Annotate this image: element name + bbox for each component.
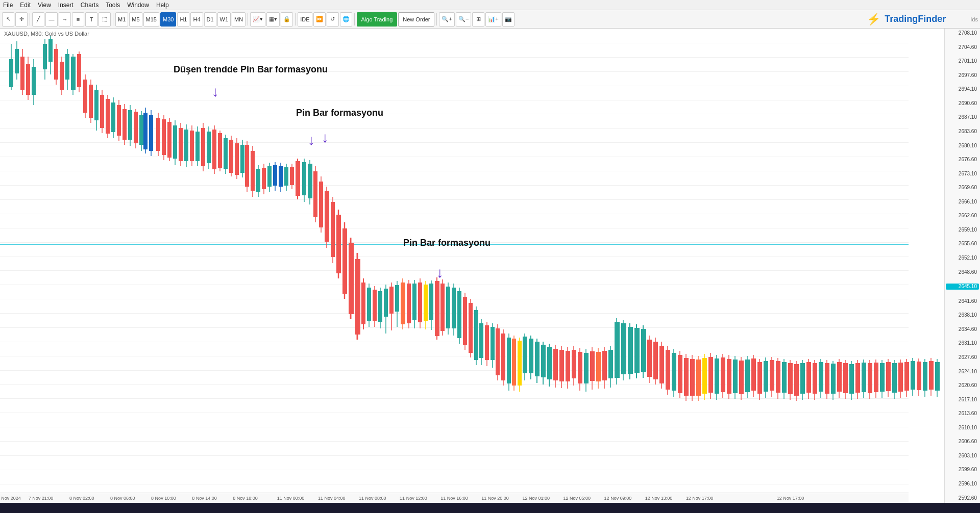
svg-rect-153 — [446, 287, 450, 328]
menu-charts[interactable]: Charts — [81, 2, 99, 9]
svg-rect-19 — [65, 54, 69, 80]
price-2620: 2620.60 — [946, 383, 979, 388]
svg-rect-307 — [911, 361, 915, 390]
time-12nov13: 12 Nov 13:00 — [645, 496, 673, 501]
time-7nov: 7 Nov 2024 — [0, 496, 21, 501]
svg-rect-305 — [904, 362, 909, 391]
svg-rect-243 — [715, 358, 719, 394]
svg-rect-137 — [401, 283, 405, 324]
tf-mn[interactable]: MN — [232, 12, 246, 27]
tf-m15[interactable]: M15 — [143, 12, 159, 27]
svg-rect-173 — [501, 334, 505, 380]
svg-rect-185 — [535, 342, 540, 376]
shapes-tool[interactable]: ⬚ — [99, 12, 111, 27]
toolbar-sep-2 — [113, 13, 113, 25]
tf-w1[interactable]: W1 — [217, 12, 231, 27]
tf-d1[interactable]: D1 — [204, 12, 216, 27]
svg-rect-11 — [43, 44, 47, 69]
fib-tool[interactable]: T — [85, 12, 97, 27]
hline-tool[interactable]: — — [45, 12, 58, 27]
svg-rect-299 — [886, 362, 891, 391]
svg-rect-171 — [496, 328, 500, 375]
refresh-btn[interactable]: ↺ — [327, 12, 339, 27]
svg-rect-259 — [764, 361, 768, 392]
svg-rect-247 — [727, 359, 731, 394]
tf-m30[interactable]: M30 — [160, 12, 176, 27]
time-8nov18: 8 Nov 18:00 — [233, 496, 258, 501]
price-2634: 2634.60 — [946, 327, 979, 332]
channel-tool[interactable]: ≡ — [72, 12, 84, 27]
svg-rect-131 — [384, 289, 388, 317]
new-order-btn[interactable]: New Order — [398, 12, 434, 27]
svg-rect-79 — [235, 143, 239, 175]
svg-rect-135 — [395, 285, 399, 312]
crosshair-tool[interactable]: ✛ — [15, 12, 28, 27]
menu-window[interactable]: Window — [127, 2, 149, 9]
toolbar-sep-3 — [248, 13, 248, 25]
price-2655: 2655.60 — [946, 241, 979, 246]
svg-rect-21 — [71, 57, 76, 90]
chart-inner[interactable]: XAUUSD, M30: Gold vs US Dollar — [0, 29, 944, 503]
vol-btn[interactable]: 📊+ — [485, 12, 501, 27]
time-12nov17b: 12 Nov 17:00 — [777, 496, 804, 501]
tf-m5[interactable]: M5 — [129, 12, 142, 27]
globe-btn[interactable]: 🌐 — [340, 12, 352, 27]
menu-help[interactable]: Help — [156, 2, 169, 9]
fill-dropdown[interactable]: ▦▾ — [266, 12, 280, 27]
svg-rect-287 — [849, 364, 854, 394]
price-2687: 2687.10 — [946, 115, 979, 120]
fast-btn[interactable]: ⏩ — [313, 12, 326, 27]
svg-rect-77 — [229, 140, 233, 173]
menu-tools[interactable]: Tools — [106, 2, 120, 9]
svg-rect-161 — [469, 303, 473, 353]
chart-container: XAUUSD, M30: Gold vs US Dollar — [0, 29, 980, 503]
svg-rect-183 — [529, 339, 533, 373]
zoom-in-btn[interactable]: 🔍+ — [439, 12, 454, 27]
line-tool[interactable]: ╱ — [32, 12, 44, 27]
time-8nov10: 8 Nov 10:00 — [151, 496, 176, 501]
lock-btn[interactable]: 🔒 — [281, 12, 293, 27]
chart-type-dropdown[interactable]: 📈▾ — [250, 12, 265, 27]
svg-rect-25 — [83, 80, 87, 113]
zoom-out-btn[interactable]: 🔍− — [456, 12, 471, 27]
tf-h1[interactable]: H1 — [177, 12, 189, 27]
svg-rect-169 — [491, 327, 495, 360]
price-2645-current: 2645.10 — [946, 284, 979, 290]
svg-rect-31 — [100, 95, 104, 128]
svg-rect-101 — [296, 161, 300, 196]
svg-rect-263 — [776, 361, 780, 393]
svg-rect-205 — [596, 352, 601, 381]
time-12nov05: 12 Nov 05:00 — [564, 496, 591, 501]
svg-rect-55 — [167, 122, 172, 158]
ide-btn[interactable]: IDE — [298, 12, 312, 27]
menu-view[interactable]: View — [38, 2, 51, 9]
svg-rect-53 — [162, 119, 166, 155]
tf-m1[interactable]: M1 — [115, 12, 128, 27]
svg-rect-233 — [684, 358, 689, 396]
svg-rect-163 — [474, 310, 478, 360]
svg-rect-241 — [708, 357, 713, 393]
svg-rect-41 — [128, 110, 132, 140]
menu-file[interactable]: File — [3, 2, 13, 9]
svg-rect-61 — [184, 130, 188, 161]
ray-tool[interactable]: → — [59, 12, 71, 27]
time-11nov12: 11 Nov 12:00 — [400, 496, 427, 501]
price-2697: 2697.60 — [946, 73, 979, 78]
logo-area: ⚡ TradingFinder Ids — [867, 13, 978, 26]
grid-btn[interactable]: ⊞ — [472, 12, 484, 27]
price-2662: 2662.60 — [946, 213, 979, 218]
svg-rect-155 — [452, 288, 456, 328]
cursor-tool[interactable]: ↖ — [2, 12, 14, 27]
menu-insert[interactable]: Insert — [58, 2, 74, 9]
svg-rect-43 — [134, 112, 138, 143]
algo-trading-btn[interactable]: Algo Trading — [357, 12, 398, 27]
svg-rect-195 — [566, 351, 570, 381]
indicator-btn[interactable]: 📷 — [502, 12, 514, 27]
time-7nov21: 7 Nov 21:00 — [29, 496, 54, 501]
svg-rect-213 — [621, 323, 626, 374]
tf-h4[interactable]: H4 — [190, 12, 203, 27]
menu-edit[interactable]: Edit — [20, 2, 31, 9]
arrow-2a: ↓ — [308, 133, 315, 147]
svg-rect-245 — [721, 357, 725, 392]
price-2694: 2694.10 — [946, 87, 979, 92]
